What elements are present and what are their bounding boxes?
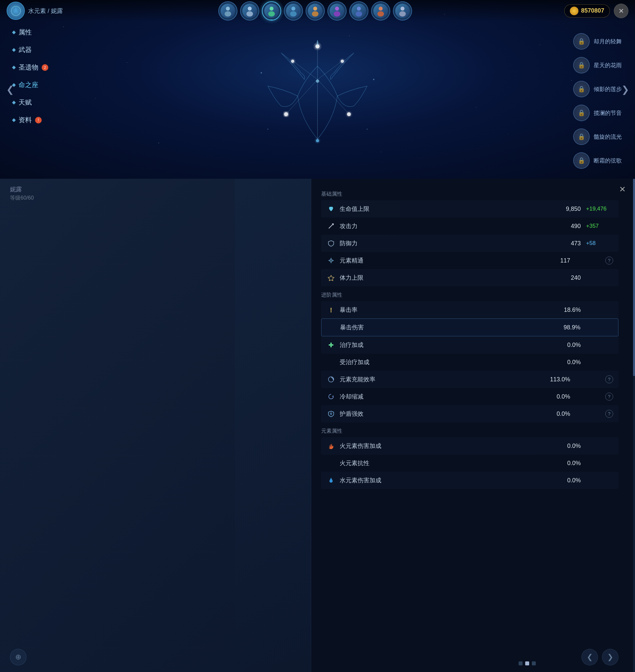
stat-name-crit-dmg: 暴击伤害: [340, 323, 554, 331]
avatar-image-9: [395, 4, 410, 18]
sidebar-dot-artifacts: [12, 66, 16, 69]
svg-rect-50: [329, 344, 333, 345]
character-avatar-6[interactable]: [327, 1, 347, 21]
stat-icon-crit-rate: [326, 305, 336, 314]
section-title-basic: 基础属性: [321, 191, 618, 197]
sidebar-item-artifacts[interactable]: 圣遗物 2: [10, 62, 51, 73]
svg-point-43: [331, 260, 332, 261]
sidebar-item-profile[interactable]: 资料 !: [10, 114, 51, 126]
skill-lock-icon-5: 🔒: [573, 128, 590, 145]
stats-close-button[interactable]: ✕: [616, 183, 628, 195]
sidebar-label-attributes: 属性: [19, 28, 32, 37]
stat-icon-atk: [326, 222, 336, 231]
svg-point-1: [226, 7, 230, 10]
bottom-arrow-right[interactable]: ❯: [602, 649, 618, 665]
stats-scrollable-area[interactable]: 基础属性 生命值上限 9,850 +19,476 攻击力 490 +357: [311, 179, 635, 672]
character-avatar-7[interactable]: [349, 1, 368, 21]
character-avatar-8[interactable]: [371, 1, 390, 21]
svg-point-12: [334, 11, 340, 17]
constellation-panel: 水元素 / 妮露: [0, 0, 635, 179]
profile-badge: !: [35, 117, 42, 124]
stat-help-cdr[interactable]: ?: [605, 393, 613, 401]
stat-name-cdr: 冷却缩减: [340, 393, 544, 401]
sidebar-menu: 属性 武器 圣遗物 2 命之座 天赋 资料 !: [10, 26, 51, 126]
bottom-arrow-left[interactable]: ❮: [582, 649, 598, 665]
scrollbar-thumb[interactable]: [633, 179, 635, 376]
currency-display: 8570807: [564, 4, 610, 18]
stat-row-atk: 攻击力 490 +357: [321, 217, 618, 235]
svg-point-27: [283, 111, 289, 118]
stat-row-shield: 护盾强效 0.0% ?: [321, 405, 618, 422]
page-dot-3[interactable]: [532, 662, 536, 665]
currency-icon: [570, 7, 578, 15]
stat-row-stamina: 体力上限 240: [321, 269, 618, 286]
stat-help-em[interactable]: ?: [605, 256, 613, 265]
stat-icon-stamina: [326, 273, 336, 282]
skill-name-2: 星天的花雨: [594, 62, 622, 69]
skill-name-4: 揽澜的节音: [594, 109, 622, 117]
stat-icon-hp: [326, 204, 336, 213]
skill-item-5[interactable]: 🔒 髓旋的流光: [573, 128, 622, 145]
character-avatar-9[interactable]: [393, 1, 412, 21]
game-logo[interactable]: [7, 2, 25, 20]
skill-item-2[interactable]: 🔒 星天的花雨: [573, 57, 622, 74]
stat-icon-pyro-res: [326, 459, 336, 468]
skill-item-1[interactable]: 🔒 却月的轻舞: [573, 33, 622, 50]
constellation-visual: [235, 13, 400, 166]
stat-row-incoming-healing: 受治疗加成 0.0%: [321, 354, 618, 371]
nav-arrow-right[interactable]: ❯: [618, 80, 632, 99]
section-title-elemental: 元素属性: [321, 428, 618, 435]
skill-item-4[interactable]: 🔒 揽澜的节音: [573, 105, 622, 121]
svg-point-5: [269, 7, 273, 10]
char-name-small: 妮露: [10, 185, 34, 193]
character-avatar-list: [73, 1, 557, 21]
nav-arrow-left[interactable]: ❮: [3, 80, 17, 99]
stat-row-hp: 生命值上限 9,850 +19,476: [321, 200, 618, 217]
stat-name-pyro-res: 火元素抗性: [340, 459, 554, 467]
stat-value-em: 117: [544, 257, 570, 264]
stat-name-crit-rate: 暴击率: [340, 306, 554, 314]
sidebar-item-attributes[interactable]: 属性: [10, 26, 51, 38]
svg-point-18: [399, 11, 406, 17]
stat-name-healing: 治疗加成: [340, 341, 554, 349]
close-button[interactable]: ✕: [614, 4, 628, 18]
stat-value-crit-rate: 18.6%: [554, 307, 581, 314]
stat-row-healing: 治疗加成 0.0%: [321, 336, 618, 354]
stat-name-atk: 攻击力: [340, 222, 554, 230]
skill-item-6[interactable]: 🔒 断霜的弦歌: [573, 152, 622, 169]
stat-row-er: 元素充能效率 113.0% ?: [321, 371, 618, 388]
sidebar-item-weapon[interactable]: 武器: [10, 44, 51, 56]
stat-bonus-atk: +357: [584, 223, 613, 229]
svg-point-16: [377, 11, 384, 17]
page-dot-1[interactable]: [519, 662, 523, 665]
stat-help-er[interactable]: ?: [605, 375, 613, 383]
skill-name-1: 却月的轻舞: [594, 38, 622, 45]
stat-value-atk: 490: [554, 223, 581, 230]
skill-lock-icon-2: 🔒: [573, 57, 590, 74]
character-avatar-1[interactable]: [218, 1, 238, 21]
svg-point-6: [268, 11, 275, 17]
stat-value-er: 113.0%: [544, 376, 570, 383]
svg-point-38: [373, 79, 374, 80]
sidebar-dot-talents: [12, 101, 16, 104]
svg-point-31: [290, 58, 296, 64]
top-nav-bar: 水元素 / 妮露: [0, 0, 635, 22]
svg-point-8: [290, 11, 297, 17]
skill-list: 🔒 却月的轻舞 🔒 星天的花雨 🔒 倾影的莲步 🔒 揽澜的节音 🔒 髓旋的流光 …: [573, 33, 622, 169]
stat-icon-crit-dmg: [327, 323, 336, 332]
character-avatar-2[interactable]: [240, 1, 259, 21]
stat-help-shield[interactable]: ?: [605, 410, 613, 418]
page-dot-2[interactable]: [525, 662, 529, 665]
stat-value-shield: 0.0%: [544, 411, 570, 417]
stat-name-er: 元素充能效率: [340, 375, 544, 383]
stat-name-stamina: 体力上限: [340, 274, 554, 282]
stat-name-em: 元素精通: [340, 256, 544, 265]
character-avatar-3[interactable]: [262, 1, 281, 21]
character-avatar-5[interactable]: [306, 1, 325, 21]
skill-item-3[interactable]: 🔒 倾影的莲步: [573, 81, 622, 97]
character-avatar-4[interactable]: [284, 1, 303, 21]
bottom-nav-left-button[interactable]: ⊕: [10, 649, 26, 665]
avatar-image-6: [330, 4, 344, 18]
avatar-image-4: [286, 4, 301, 18]
stat-value-healing: 0.0%: [554, 342, 581, 349]
